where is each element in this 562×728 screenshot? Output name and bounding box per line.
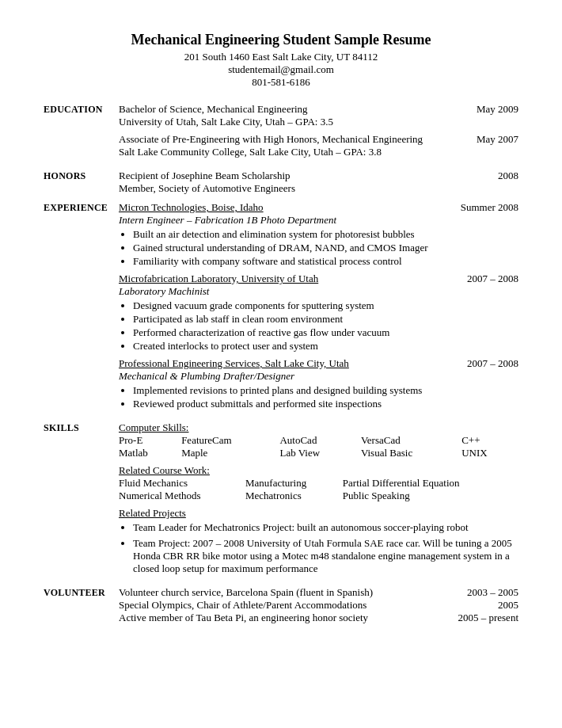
experience-entry-1: Micron Technologies, Boise, Idaho Summer…	[119, 201, 518, 268]
experience-date-3: 2007 – 2008	[467, 357, 518, 370]
course-cell: Mechatronics	[245, 490, 343, 502]
honors-label: HONORS	[44, 170, 119, 182]
resume-body: EDUCATION Bachelor of Science, Mechanica…	[44, 103, 518, 624]
table-row: Numerical Methods Mechatronics Public Sp…	[119, 490, 518, 502]
coursework-table: Fluid Mechanics Manufacturing Partial Di…	[119, 477, 518, 502]
experience-employer-2: Microfabrication Laboratory, University …	[119, 273, 318, 285]
skill-cell: VersaCad	[361, 434, 461, 447]
honors-line-1: Recipient of Josephine Beam Scholarship	[119, 170, 295, 182]
education-label: EDUCATION	[44, 103, 119, 116]
education-section: EDUCATION Bachelor of Science, Mechanica…	[44, 103, 518, 163]
honors-date: 2008	[498, 170, 518, 182]
volunteer-date-2: 2005	[498, 599, 518, 612]
experience-bullets-2: Designed vacuum grade components for spu…	[133, 299, 518, 353]
volunteer-date-3: 2005 – present	[458, 612, 518, 624]
course-cell: Manufacturing	[245, 477, 343, 490]
bullet-item: Gained structural understanding of DRAM,…	[133, 242, 518, 254]
skill-cell: C++	[461, 434, 518, 447]
skill-cell: Pro-E	[119, 434, 181, 447]
bullet-item: Created interlocks to protect user and s…	[133, 340, 518, 353]
skill-cell: Lab View	[279, 447, 360, 459]
bullet-item: Implemented revisions to printed plans a…	[133, 384, 518, 397]
volunteer-row-1: Volunteer church service, Barcelona Spai…	[119, 586, 518, 599]
volunteer-date-1: 2003 – 2005	[467, 586, 518, 599]
header-email: studentemail@gmail.com	[44, 63, 518, 76]
skill-cell: Matlab	[119, 447, 181, 459]
experience-employer-1: Micron Technologies, Boise, Idaho	[119, 201, 264, 214]
education-school-2: Salt Lake Community College, Salt Lake C…	[119, 146, 518, 158]
honors-section: HONORS Recipient of Josephine Beam Schol…	[44, 170, 518, 195]
education-content: Bachelor of Science, Mechanical Engineer…	[119, 103, 518, 163]
education-date-2: May 2007	[477, 133, 518, 146]
experience-date-2: 2007 – 2008	[467, 273, 518, 285]
skill-cell: AutoCad	[279, 434, 360, 447]
experience-date-1: Summer 2008	[461, 201, 518, 214]
volunteer-row-2: Special Olympics, Chair of Athlete/Paren…	[119, 599, 518, 612]
skill-cell: FeatureCam	[181, 434, 279, 447]
education-school-1: University of Utah, Salt Lake City, Utah…	[119, 116, 518, 128]
table-row: Pro-E FeatureCam AutoCad VersaCad C++	[119, 434, 518, 447]
volunteer-desc-2: Special Olympics, Chair of Athlete/Paren…	[119, 599, 490, 612]
volunteer-row-3: Active member of Tau Beta Pi, an enginee…	[119, 612, 518, 624]
experience-entry-3: Professional Engineering Services, Salt …	[119, 357, 518, 410]
experience-title-3: Mechanical & Plumbing Drafter/Designer	[119, 370, 518, 383]
bullet-item: Participated as lab staff in clean room …	[133, 313, 518, 326]
resume-title: Mechanical Engineering Student Sample Re…	[44, 32, 518, 48]
skill-cell: Visual Basic	[361, 447, 461, 459]
education-entry-1: Bachelor of Science, Mechanical Engineer…	[119, 103, 518, 128]
bullet-item: Performed characterization of reactive g…	[133, 326, 518, 339]
experience-employer-3: Professional Engineering Services, Salt …	[119, 357, 349, 370]
header-phone: 801-581-6186	[44, 76, 518, 89]
resume-header: Mechanical Engineering Student Sample Re…	[44, 32, 518, 89]
experience-bullets-3: Implemented revisions to printed plans a…	[133, 384, 518, 410]
skill-cell: UNIX	[461, 447, 518, 459]
computer-skills: Computer Skills: Pro-E FeatureCam AutoCa…	[119, 421, 518, 459]
course-cell: Public Speaking	[343, 490, 518, 502]
bullet-item: Built an air detection and elimination s…	[133, 228, 518, 241]
bullet-item: Team Leader for Mechatronics Project: bu…	[133, 521, 518, 534]
table-row: Fluid Mechanics Manufacturing Partial Di…	[119, 477, 518, 490]
projects-label: Related Projects	[119, 507, 518, 520]
volunteer-content: Volunteer church service, Barcelona Spai…	[119, 586, 518, 624]
volunteer-label: VOLUNTEER	[44, 586, 119, 599]
header-address: 201 South 1460 East Salt Lake City, UT 8…	[44, 51, 518, 63]
related-projects: Related Projects Team Leader for Mechatr…	[119, 507, 518, 575]
bullet-item: Team Project: 2007 – 2008 University of …	[133, 537, 518, 575]
bullet-item: Reviewed product submittals and performe…	[133, 398, 518, 410]
skills-label: SKILLS	[44, 421, 119, 434]
experience-title-2: Laboratory Machinist	[119, 285, 518, 298]
honors-line-2: Member, Society of Automotive Engineers	[119, 182, 295, 195]
course-cell: Partial Differential Equation	[343, 477, 518, 490]
coursework: Related Course Work: Fluid Mechanics Man…	[119, 464, 518, 502]
table-row: Matlab Maple Lab View Visual Basic UNIX	[119, 447, 518, 459]
skills-section: SKILLS Computer Skills: Pro-E FeatureCam…	[44, 421, 518, 580]
experience-section: EXPERIENCE Micron Technologies, Boise, I…	[44, 201, 518, 415]
bullet-item: Designed vacuum grade components for spu…	[133, 299, 518, 312]
education-degree-2: Associate of Pre-Engineering with High H…	[119, 133, 423, 146]
bullet-item: Familiarity with company software and st…	[133, 255, 518, 268]
experience-entry-2: Microfabrication Laboratory, University …	[119, 273, 518, 353]
experience-label: EXPERIENCE	[44, 201, 119, 214]
projects-bullets: Team Leader for Mechatronics Project: bu…	[133, 521, 518, 575]
experience-content: Micron Technologies, Boise, Idaho Summer…	[119, 201, 518, 415]
course-cell: Fluid Mechanics	[119, 477, 245, 490]
computer-skills-label: Computer Skills:	[119, 421, 518, 434]
experience-title-1: Intern Engineer – Fabrication 1B Photo D…	[119, 214, 518, 227]
honors-content: Recipient of Josephine Beam Scholarship …	[119, 170, 518, 195]
experience-bullets-1: Built an air detection and elimination s…	[133, 228, 518, 268]
education-entry-2: Associate of Pre-Engineering with High H…	[119, 133, 518, 158]
coursework-label: Related Course Work:	[119, 464, 518, 477]
skills-content: Computer Skills: Pro-E FeatureCam AutoCa…	[119, 421, 518, 580]
education-date-1: May 2009	[477, 103, 518, 116]
volunteer-desc-3: Active member of Tau Beta Pi, an enginee…	[119, 612, 450, 624]
volunteer-desc-1: Volunteer church service, Barcelona Spai…	[119, 586, 459, 599]
skills-table: Pro-E FeatureCam AutoCad VersaCad C++ Ma…	[119, 434, 518, 459]
education-degree-1: Bachelor of Science, Mechanical Engineer…	[119, 103, 308, 116]
volunteer-section: VOLUNTEER Volunteer church service, Barc…	[44, 586, 518, 624]
course-cell: Numerical Methods	[119, 490, 245, 502]
skill-cell: Maple	[181, 447, 279, 459]
